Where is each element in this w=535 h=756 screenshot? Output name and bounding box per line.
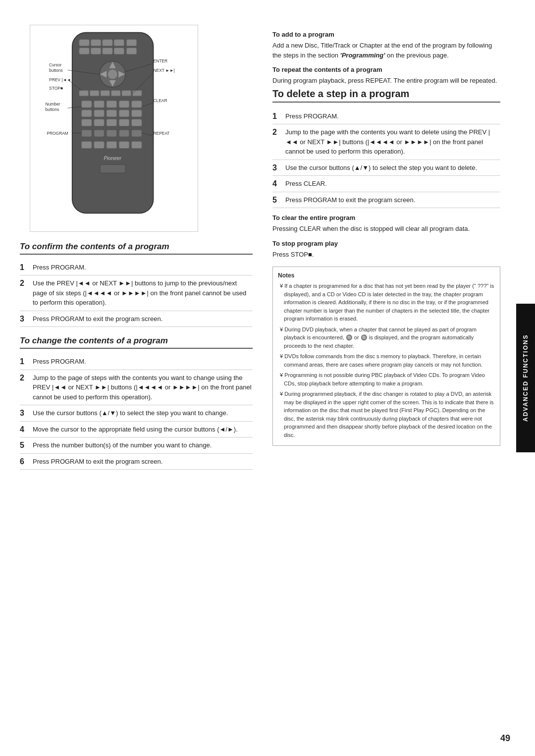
svg-rect-33 bbox=[82, 119, 92, 126]
svg-rect-18 bbox=[90, 91, 99, 96]
svg-text:Number: Number bbox=[46, 102, 60, 107]
svg-rect-42 bbox=[132, 130, 142, 137]
svg-text:REPEAT: REPEAT bbox=[153, 131, 169, 136]
svg-rect-45 bbox=[107, 141, 117, 148]
confirm-step-1: 1 Press PROGRAM. bbox=[20, 260, 253, 276]
delete-step-4: 4 Press CLEAR. bbox=[272, 176, 500, 192]
svg-rect-8 bbox=[103, 48, 113, 54]
confirm-heading: To confirm the contents of a program bbox=[20, 242, 253, 255]
right-column: To add to a program Add a new Disc, Titl… bbox=[268, 15, 510, 741]
svg-rect-9 bbox=[114, 48, 124, 54]
delete-heading: To delete a step in a program bbox=[272, 88, 500, 103]
svg-text:NEXT ►►|: NEXT ►►| bbox=[153, 68, 174, 73]
svg-text:Pioneer: Pioneer bbox=[104, 156, 121, 161]
svg-rect-1 bbox=[79, 40, 90, 46]
svg-rect-35 bbox=[107, 119, 117, 126]
svg-rect-2 bbox=[91, 40, 101, 46]
svg-rect-38 bbox=[82, 130, 92, 137]
svg-rect-29 bbox=[94, 110, 105, 117]
svg-rect-27 bbox=[132, 101, 142, 108]
svg-point-16 bbox=[108, 69, 117, 79]
svg-rect-22 bbox=[132, 91, 142, 96]
repeat-text: During program playback, press REPEAT. T… bbox=[272, 76, 500, 86]
change-steps-list: 1 Press PROGRAM. 2 Jump to the page of s… bbox=[20, 354, 253, 470]
note-2: ¥ During DVD playback, when a chapter th… bbox=[278, 325, 495, 350]
add-text: Add a new Disc, Title/Track or Chapter a… bbox=[272, 41, 500, 60]
svg-rect-24 bbox=[94, 101, 105, 108]
svg-rect-19 bbox=[101, 91, 110, 96]
svg-text:ENTER: ENTER bbox=[153, 58, 167, 63]
delete-step-2: 2 Jump to the page with the contents you… bbox=[272, 124, 500, 160]
svg-rect-49 bbox=[100, 164, 125, 173]
notes-title: Notes bbox=[278, 271, 495, 280]
delete-step-5: 5 Press PROGRAM to exit the program scre… bbox=[272, 192, 500, 209]
stop-text: Press STOP■. bbox=[272, 250, 500, 260]
repeat-subheading: To repeat the contents of a program bbox=[272, 66, 500, 73]
side-tab: ADVANCED FUNCTIONS bbox=[516, 304, 535, 452]
svg-text:Cursor: Cursor bbox=[49, 62, 61, 67]
add-subheading: To add to a program bbox=[272, 31, 500, 38]
change-step-3: 3 Use the cursor buttons (▲/▼) to select… bbox=[20, 405, 253, 422]
svg-rect-5 bbox=[126, 40, 137, 46]
svg-rect-20 bbox=[111, 91, 120, 96]
confirm-steps-list: 1 Press PROGRAM. 2 Use the PREV |◄◄ or N… bbox=[20, 260, 253, 327]
svg-rect-17 bbox=[79, 91, 89, 96]
svg-rect-25 bbox=[107, 101, 117, 108]
svg-rect-32 bbox=[132, 110, 142, 117]
change-step-4: 4 Move the cursor to the appropriate fie… bbox=[20, 422, 253, 438]
delete-step-1: 1 Press PROGRAM. bbox=[272, 108, 500, 125]
note-3: ¥ DVDs follow commands from the disc s m… bbox=[278, 352, 495, 369]
page-number: 49 bbox=[500, 733, 510, 744]
change-step-6: 6 Press PROGRAM to exit the program scre… bbox=[20, 454, 253, 470]
svg-rect-23 bbox=[82, 101, 92, 108]
svg-text:PROGRAM: PROGRAM bbox=[47, 131, 68, 136]
svg-rect-46 bbox=[119, 141, 129, 148]
svg-rect-37 bbox=[132, 119, 142, 126]
svg-rect-40 bbox=[107, 130, 117, 137]
svg-text:buttons: buttons bbox=[46, 107, 59, 112]
svg-text:buttons: buttons bbox=[49, 68, 63, 73]
svg-rect-47 bbox=[132, 141, 142, 148]
stop-subheading: To stop program play bbox=[272, 240, 500, 247]
change-step-1: 1 Press PROGRAM. bbox=[20, 354, 253, 370]
svg-rect-39 bbox=[94, 130, 105, 137]
clear-text: Pressing CLEAR when the disc is stopped … bbox=[272, 224, 500, 234]
clear-subheading: To clear the entire program bbox=[272, 214, 500, 221]
svg-rect-21 bbox=[122, 91, 131, 96]
remote-svg: Pioneer Cursor buttons PREV |◄◄ STOP■ Nu… bbox=[35, 30, 193, 225]
delete-steps-list: 1 Press PROGRAM. 2 Jump to the page with… bbox=[272, 108, 500, 209]
confirm-step-3: 3 Press PROGRAM to exit the program scre… bbox=[20, 311, 253, 327]
svg-rect-44 bbox=[94, 141, 105, 148]
note-5: ¥ During programmed playback, if the dis… bbox=[278, 390, 495, 439]
svg-rect-41 bbox=[119, 130, 129, 137]
svg-rect-7 bbox=[91, 48, 101, 54]
notes-box: Notes ¥ If a chapter is programmed for a… bbox=[272, 267, 500, 446]
svg-rect-43 bbox=[82, 141, 92, 148]
svg-rect-26 bbox=[119, 101, 129, 108]
note-1: ¥ If a chapter is programmed for a disc … bbox=[278, 282, 495, 323]
svg-rect-6 bbox=[79, 48, 90, 54]
change-step-2: 2 Jump to the page of steps with the con… bbox=[20, 370, 253, 406]
svg-rect-4 bbox=[114, 40, 124, 46]
note-4: ¥ Programming is not possible during PBC… bbox=[278, 371, 495, 387]
left-column: Pioneer Cursor buttons PREV |◄◄ STOP■ Nu… bbox=[0, 15, 268, 741]
svg-rect-36 bbox=[119, 119, 129, 126]
svg-rect-34 bbox=[94, 119, 105, 126]
delete-step-3: 3 Use the cursor buttons (▲/▼) to select… bbox=[272, 160, 500, 176]
svg-text:PREV |◄◄: PREV |◄◄ bbox=[49, 77, 71, 82]
svg-rect-30 bbox=[107, 110, 117, 117]
confirm-step-2: 2 Use the PREV |◄◄ or NEXT ►►| buttons t… bbox=[20, 275, 253, 311]
svg-rect-3 bbox=[103, 40, 113, 46]
change-step-5: 5 Press the number button(s) of the numb… bbox=[20, 437, 253, 454]
svg-rect-28 bbox=[82, 110, 92, 117]
svg-rect-31 bbox=[119, 110, 129, 117]
svg-text:CLEAR: CLEAR bbox=[153, 98, 167, 103]
svg-text:STOP■: STOP■ bbox=[49, 86, 63, 91]
change-heading: To change the contents of a program bbox=[20, 336, 253, 349]
remote-diagram: Pioneer Cursor buttons PREV |◄◄ STOP■ Nu… bbox=[30, 25, 198, 232]
svg-rect-10 bbox=[126, 48, 137, 54]
